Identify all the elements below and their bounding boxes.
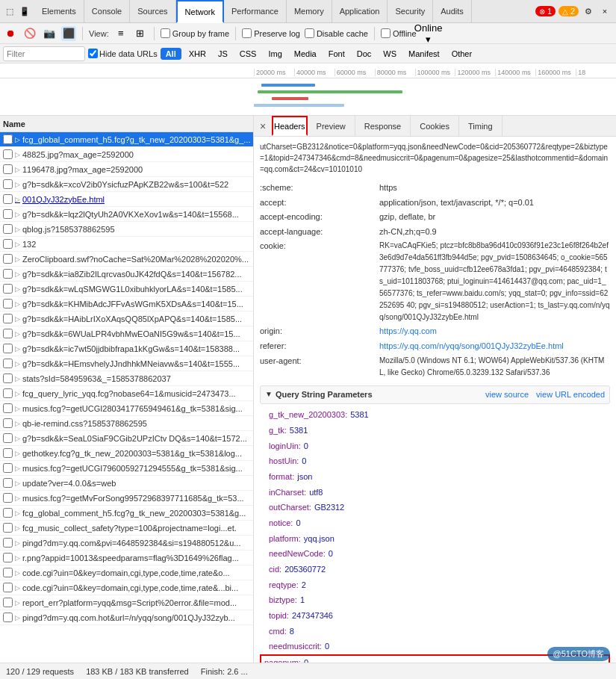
settings-icon[interactable]: ⚙ — [582, 4, 595, 18]
network-row[interactable]: ▷pingd?dm=y.qq.com.hot&url=/n/yqq/song/0… — [0, 610, 253, 625]
filter-type-media[interactable]: Media — [290, 49, 321, 59]
network-row[interactable]: ▷code.cgi?uin=0&key=domain,cgi,type,code… — [0, 565, 253, 580]
network-row[interactable]: ▷g?b=sdk&k=wLqSMGWG1L0xibuhklyorLA&s=140… — [0, 282, 253, 297]
network-row[interactable]: ▷musics.fcg?=getUCGI2803417765949461&g_t… — [0, 401, 253, 416]
row-checkbox[interactable] — [3, 164, 13, 174]
row-checkbox[interactable] — [3, 359, 13, 368]
view-source-link[interactable]: view source — [485, 388, 529, 402]
row-checkbox[interactable] — [3, 299, 13, 309]
row-checkbox[interactable] — [3, 314, 13, 323]
network-row[interactable]: ▷gethotkey.fcg?g_tk_new_20200303=5381&g_… — [0, 446, 253, 461]
row-checkbox[interactable] — [3, 598, 13, 607]
row-checkbox[interactable] — [3, 613, 13, 622]
row-checkbox[interactable] — [3, 433, 13, 443]
row-checkbox[interactable] — [3, 194, 13, 204]
filter-type-manifest[interactable]: Manifest — [404, 49, 444, 59]
filter-type-other[interactable]: Other — [447, 49, 477, 59]
row-checkbox[interactable] — [3, 239, 13, 249]
filter-type-xhr[interactable]: XHR — [184, 49, 211, 59]
network-row[interactable]: ▷g?b=sdk&k=xcoV2ib0YsicfuzPApKZB22w&s=10… — [0, 177, 253, 192]
row-checkbox[interactable] — [3, 448, 13, 458]
network-row[interactable]: ▷r.png?appid=10013&speedparams=flag%3D16… — [0, 551, 253, 565]
filter-type-font[interactable]: Font — [324, 49, 349, 59]
network-row[interactable]: ▷g?b=sdk&k=lqz2lQtyUh2A0VKXeXov1w&s=140&… — [0, 207, 253, 222]
row-checkbox[interactable] — [3, 344, 13, 353]
network-row[interactable]: ▷g?b=sdk&k=KHMibAdcJFFvAsWGmK5XDsA&s=140… — [0, 297, 253, 311]
details-tab-cookies[interactable]: Cookies — [411, 116, 459, 136]
row-checkbox[interactable] — [3, 388, 13, 398]
tab-performance[interactable]: Performance — [224, 0, 287, 22]
row-checkbox[interactable] — [3, 134, 13, 144]
query-params-header[interactable]: ▼ Query String Parameters view source vi… — [260, 385, 610, 405]
disable-cache-checkbox[interactable]: Disable cache — [305, 28, 368, 38]
network-row[interactable]: ▷code.cgi?uin=0&key=domain,cgi,type,code… — [0, 580, 253, 595]
row-checkbox[interactable] — [3, 179, 13, 189]
network-row[interactable]: ▷g?b=sdk&k=6WUaLPR4vbhMwEOaNI5G9w&s=140&… — [0, 326, 253, 341]
close-details-button[interactable]: × — [254, 116, 272, 137]
record-button[interactable]: ⏺ — [3, 26, 18, 41]
inspect-icon[interactable]: ⬚ — [3, 4, 16, 18]
row-checkbox[interactable] — [3, 538, 13, 548]
tab-network[interactable]: Network — [176, 0, 224, 23]
network-row[interactable]: ▷g?b=sdk&k=ic7wt50jjdbibfrapa1kKgGw&s=14… — [0, 341, 253, 356]
hide-data-urls-checkbox[interactable]: Hide data URLs — [88, 49, 158, 58]
device-icon[interactable]: 📱 — [18, 4, 31, 18]
tab-console[interactable]: Console — [84, 0, 130, 22]
row-checkbox[interactable] — [3, 149, 13, 159]
tab-security[interactable]: Security — [388, 0, 433, 22]
row-checkbox[interactable] — [3, 373, 13, 383]
network-row[interactable]: ▷fcg_music_collect_safety?type=100&proje… — [0, 521, 253, 536]
network-row[interactable]: ▷132 — [0, 237, 253, 252]
row-checkbox[interactable] — [3, 254, 13, 264]
network-row[interactable]: ▷g?b=sdk&k=HAibLrIXoXAqsQQ85lXpAPQ&s=140… — [0, 311, 253, 326]
network-row[interactable]: ▷g?b=sdk&k=HEmsvhelyJJndhhkMNeiavw&s=140… — [0, 356, 253, 371]
network-row[interactable]: ▷musics.fcg?=getUCGI7960059271294555&g_t… — [0, 461, 253, 476]
view-list-button[interactable]: ≡ — [113, 26, 128, 41]
network-row[interactable]: ▷pingd?dm=y.qq.com&pvi=4648592384&si=s19… — [0, 536, 253, 551]
camera-button[interactable]: 📷 — [42, 26, 57, 41]
row-checkbox[interactable] — [3, 568, 13, 577]
network-row[interactable]: ▷ZeroClipboard.swf?noCache=Sat%20Mar%202… — [0, 252, 253, 267]
filter-type-ws[interactable]: WS — [379, 49, 401, 59]
clear-button[interactable]: 🚫 — [22, 26, 37, 41]
details-tab-response[interactable]: Response — [355, 116, 411, 136]
row-checkbox[interactable] — [3, 209, 13, 219]
filter-button[interactable]: ⬛ — [61, 26, 76, 41]
network-row[interactable]: ▷g?b=sdk&k=SeaL0SiaF9CGib2UPzICtv DQ&s=1… — [0, 431, 253, 446]
offline-checkbox[interactable]: Offline — [381, 28, 417, 38]
filter-type-js[interactable]: JS — [214, 49, 232, 59]
row-checkbox[interactable] — [3, 523, 13, 533]
network-row[interactable]: ▷stats?sId=58495963&_=1585378862037 — [0, 371, 253, 386]
view-grid-button[interactable]: ⊞ — [133, 26, 148, 41]
network-row[interactable]: ▷fcg_query_lyric_yqq.fcg?nobase64=1&musi… — [0, 386, 253, 401]
network-row[interactable]: ▷48825.jpg?max_age=2592000 — [0, 147, 253, 162]
network-row[interactable]: ▷qb-ie-remind.css?1585378862595 — [0, 416, 253, 431]
details-tab-preview[interactable]: Preview — [308, 116, 355, 136]
row-checkbox[interactable] — [3, 403, 13, 413]
view-url-encoded-link[interactable]: view URL encoded — [536, 388, 605, 402]
network-row[interactable]: ▷fcg_global_comment_h5.fcg?g_tk_new_2020… — [0, 132, 253, 147]
filter-type-img[interactable]: Img — [264, 49, 286, 59]
row-checkbox[interactable] — [3, 329, 13, 338]
filter-type-doc[interactable]: Doc — [352, 49, 376, 59]
offline-input[interactable] — [381, 28, 391, 38]
network-row[interactable]: ▷001QJyJ32zybEe.html — [0, 192, 253, 207]
row-checkbox[interactable] — [3, 224, 13, 234]
network-row[interactable]: ▷update?ver=4.0.0&s=web — [0, 476, 253, 491]
tab-elements[interactable]: Elements — [34, 0, 84, 22]
network-row[interactable]: ▷musics.fcg?=getMvForSong995729683977116… — [0, 491, 253, 506]
network-row[interactable]: ▷report_err?platform=yqq&msg=Script%20er… — [0, 595, 253, 610]
tab-memory[interactable]: Memory — [287, 0, 332, 22]
filter-type-css[interactable]: CSS — [235, 49, 261, 59]
online-dropdown[interactable]: Online ▾ — [421, 26, 436, 41]
row-checkbox[interactable] — [3, 508, 13, 518]
filter-input[interactable] — [3, 46, 85, 61]
disable-cache-input[interactable] — [305, 28, 314, 38]
row-checkbox[interactable] — [3, 493, 13, 503]
row-checkbox[interactable] — [3, 284, 13, 294]
preserve-log-checkbox[interactable]: Preserve log — [242, 28, 300, 38]
row-checkbox[interactable] — [3, 478, 13, 488]
network-row[interactable]: ▷qblog.js?1585378862595 — [0, 222, 253, 237]
row-checkbox[interactable] — [3, 418, 13, 428]
row-checkbox[interactable] — [3, 583, 13, 592]
